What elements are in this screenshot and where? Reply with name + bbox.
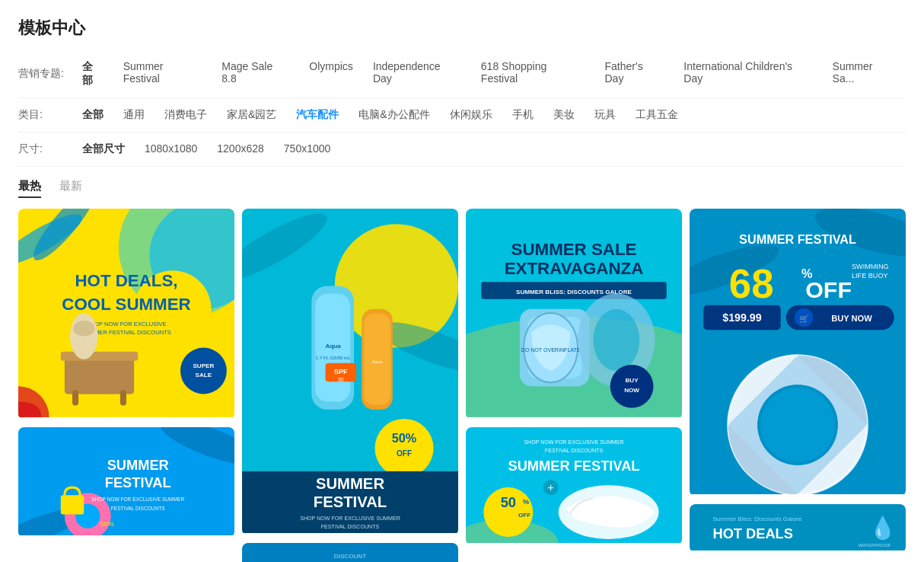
svg-text:SHOP NOW FOR EXCLUSIVE SUMMER: SHOP NOW FOR EXCLUSIVE SUMMER xyxy=(91,497,184,502)
svg-text:SUMMER FESTIVAL: SUMMER FESTIVAL xyxy=(508,458,639,474)
svg-text:DO NOT OVERINFLATE: DO NOT OVERINFLATE xyxy=(521,347,581,353)
svg-text:OFF: OFF xyxy=(518,511,531,518)
svg-text:FESTIVAL DISCOUNTS: FESTIVAL DISCOUNTS xyxy=(111,505,166,510)
svg-text:DISCOUNT: DISCOUNT xyxy=(334,553,366,560)
svg-text:LIFE BUOY: LIFE BUOY xyxy=(852,272,888,279)
svg-rect-10 xyxy=(65,356,134,394)
filter-size-1080[interactable]: 1080x1080 xyxy=(135,140,206,158)
filter-size-all[interactable]: 全部尺寸 xyxy=(73,140,134,158)
svg-text:SUMMER SALE: SUMMER SALE xyxy=(511,240,637,259)
filter-cat-general[interactable]: 通用 xyxy=(114,106,154,124)
marketing-filter-row: 营销专题: 全部 Summer Festival Mage Sale 8.8 O… xyxy=(18,50,906,98)
filter-cat-toys[interactable]: 玩具 xyxy=(585,106,625,124)
template-card-1[interactable]: HOT DEALS, COOL SUMMER SHOP NOW FOR EXCL… xyxy=(18,209,234,420)
grid-col-1: HOT DEALS, COOL SUMMER SHOP NOW FOR EXCL… xyxy=(18,209,234,562)
filter-cat-all[interactable]: 全部 xyxy=(73,106,113,124)
svg-rect-11 xyxy=(61,352,138,361)
grid-col-3: SUMMER BLISS: DISCOUNTS GALORE SUMMER SA… xyxy=(466,209,682,562)
filter-cat-tools[interactable]: 工具五金 xyxy=(626,106,687,124)
grid-col-2: Aqua 1.7 FL OZ/50 mL SPF 50 Aqua 50% OFF xyxy=(242,209,458,562)
filter-618[interactable]: 618 Shopping Festival xyxy=(472,58,594,90)
filter-summersale[interactable]: Summer Sa... xyxy=(824,58,906,90)
template-card-2[interactable]: Aqua 1.7 FL OZ/50 mL SPF 50 Aqua 50% OFF xyxy=(242,209,458,535)
filter-cat-home[interactable]: 家居&园艺 xyxy=(218,106,285,124)
svg-text:50%: 50% xyxy=(100,520,114,528)
filter-cat-auto[interactable]: 汽车配件 xyxy=(287,106,348,124)
svg-text:FESTIVAL DISCOUNTS: FESTIVAL DISCOUNTS xyxy=(321,524,380,530)
svg-point-16 xyxy=(180,348,227,394)
svg-text:SHOP NOW FOR EXCLUSIVE: SHOP NOW FOR EXCLUSIVE xyxy=(87,321,167,327)
svg-text:SALE: SALE xyxy=(196,372,212,378)
svg-text:1.7 FL OZ/50 mL: 1.7 FL OZ/50 mL xyxy=(316,355,351,360)
filter-independence[interactable]: Independence Day xyxy=(364,58,470,90)
category-filter-row: 类目: 全部 通用 消费电子 家居&园艺 汽车配件 电脑&办公配件 休闲娱乐 手… xyxy=(18,98,906,133)
svg-text:$199.99: $199.99 xyxy=(722,311,761,324)
page-header: 模板中心 xyxy=(0,0,924,50)
template-card-3[interactable]: SUMMER BLISS: DISCOUNTS GALORE SUMMER SA… xyxy=(466,209,682,420)
filter-size-750[interactable]: 750x1000 xyxy=(275,140,340,158)
template-card-1b[interactable]: SUMMER FESTIVAL SHOP NOW FOR EXCLUSIVE S… xyxy=(18,427,234,538)
svg-text:+: + xyxy=(547,481,553,493)
svg-text:SUMMER FESTIVAL: SUMMER FESTIVAL xyxy=(739,232,856,246)
svg-rect-27 xyxy=(61,495,84,514)
svg-text:SUMMER: SUMMER xyxy=(316,475,384,492)
tab-hot[interactable]: 最热 xyxy=(18,179,41,198)
svg-text:SPF: SPF xyxy=(334,368,348,375)
svg-text:50: 50 xyxy=(338,377,344,383)
svg-text:FESTIVAL: FESTIVAL xyxy=(314,493,387,510)
page-container: 模板中心 营销专题: 全部 Summer Festival Mage Sale … xyxy=(0,0,924,562)
filter-marketing-all[interactable]: 全部 xyxy=(73,58,113,90)
svg-text:SUPER: SUPER xyxy=(193,362,214,369)
filter-cat-electronics[interactable]: 消费电子 xyxy=(155,106,216,124)
size-filter-items: 全部尺寸 1080x1080 1200x628 750x1000 xyxy=(73,140,339,158)
filter-children[interactable]: International Children's Day xyxy=(674,58,821,90)
template-card-4b[interactable]: Summer Bliss: Discounts Galore HOT DEALS… xyxy=(690,504,906,553)
filter-fathers[interactable]: Father's Day xyxy=(596,58,674,90)
svg-text:OFF: OFF xyxy=(397,449,412,458)
filter-size-1200[interactable]: 1200x628 xyxy=(208,140,273,158)
svg-text:SHOP NOW FOR EXCLUSIVE SUMMER: SHOP NOW FOR EXCLUSIVE SUMMER xyxy=(300,516,400,522)
size-filter-label: 尺寸: xyxy=(18,142,73,156)
svg-text:EXTRAVAGANZA: EXTRAVAGANZA xyxy=(505,259,644,278)
marketing-filter-items: 全部 Summer Festival Mage Sale 8.8 Olympic… xyxy=(73,58,906,90)
svg-text:50: 50 xyxy=(501,494,516,510)
marketing-filter-label: 营销专题: xyxy=(18,67,73,81)
svg-text:🛒: 🛒 xyxy=(799,314,809,324)
svg-text:NOW: NOW xyxy=(624,387,639,394)
tab-new[interactable]: 最新 xyxy=(59,179,82,198)
svg-point-71 xyxy=(610,365,654,408)
filter-summer[interactable]: Summer Festival xyxy=(114,58,212,90)
filter-cat-leisure[interactable]: 休闲娱乐 xyxy=(441,106,502,124)
svg-text:HOT DEALS,: HOT DEALS, xyxy=(75,271,177,290)
svg-text:SHOP NOW FOR EXCLUSIVE SUMMER: SHOP NOW FOR EXCLUSIVE SUMMER xyxy=(524,439,623,445)
svg-text:Aqua: Aqua xyxy=(371,359,383,364)
category-filter-items: 全部 通用 消费电子 家居&园艺 汽车配件 电脑&办公配件 休闲娱乐 手机 美妆… xyxy=(73,106,687,124)
svg-point-13 xyxy=(73,321,94,336)
svg-text:SUMMER: SUMMER xyxy=(107,457,169,473)
svg-rect-14 xyxy=(72,390,78,405)
template-card-4[interactable]: SUMMER FESTIVAL 68 % OFF SWIMMING LIFE B… xyxy=(690,209,906,497)
svg-text:COOL SUMMER: COOL SUMMER xyxy=(62,295,190,314)
svg-text:BUY NOW: BUY NOW xyxy=(831,314,872,323)
filter-olympics[interactable]: Olympics xyxy=(300,58,362,90)
svg-text:68: 68 xyxy=(729,261,774,306)
size-filter-row: 尺寸: 全部尺寸 1080x1080 1200x628 750x1000 xyxy=(18,133,906,167)
filter-cat-mobile[interactable]: 手机 xyxy=(503,106,543,124)
category-filter-label: 类目: xyxy=(18,108,73,122)
svg-text:💧: 💧 xyxy=(869,515,897,541)
svg-rect-15 xyxy=(120,390,126,405)
filter-cat-beauty[interactable]: 美妆 xyxy=(544,106,584,124)
template-card-2b[interactable]: DISCOUNT SUMMER FESTIVAL DISCOVER UNIQUE… xyxy=(242,543,458,562)
template-card-3b[interactable]: SHOP NOW FOR EXCLUSIVE SUMMER FESTIVAL D… xyxy=(466,427,682,545)
filter-cat-computer[interactable]: 电脑&办公配件 xyxy=(349,106,438,124)
svg-text:Aqua: Aqua xyxy=(326,343,342,350)
svg-point-105 xyxy=(760,388,834,461)
svg-text:BUY: BUY xyxy=(626,377,639,384)
svg-text:HOT DEALS: HOT DEALS xyxy=(712,525,792,541)
svg-text:WATERPROOF: WATERPROOF xyxy=(859,542,891,548)
svg-text:SWIMMING: SWIMMING xyxy=(852,263,889,270)
svg-point-47 xyxy=(374,419,433,477)
svg-text:FESTIVAL DISCOUNTS: FESTIVAL DISCOUNTS xyxy=(545,448,604,454)
svg-text:OFF: OFF xyxy=(805,276,852,302)
filter-mage[interactable]: Mage Sale 8.8 xyxy=(212,58,298,90)
